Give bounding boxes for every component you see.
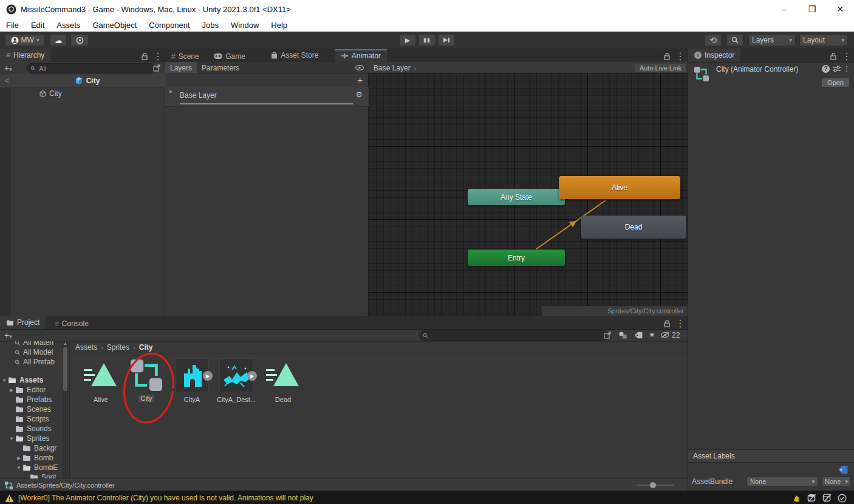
asset-city[interactable]: City [129,358,163,402]
layer-settings-gear-icon[interactable]: ⚙ [355,90,363,99]
saved-search-all-models[interactable]: All Model [0,347,69,357]
state-node-dead[interactable]: Dead [581,216,686,239]
cache-server-icon[interactable] [807,494,816,502]
layers-dropdown[interactable]: Layers ▾ [748,34,796,46]
back-button[interactable]: < [5,77,9,85]
global-search-button[interactable] [726,34,743,46]
state-node-entry[interactable]: Entry [468,250,565,266]
account-button[interactable]: MW ▾ [5,34,45,46]
auto-live-link-button[interactable]: Auto Live Link [635,64,686,72]
menu-jobs[interactable]: Jobs [196,21,225,30]
lock-icon[interactable] [142,53,148,60]
scrollbar-thumb[interactable] [63,347,67,391]
play-button[interactable]: ▶ [399,34,416,46]
close-button[interactable]: ✕ [826,0,854,18]
asset-pipeline-icon[interactable] [822,494,832,502]
tree-item-bomb[interactable]: ▶Bomb [0,453,69,463]
menu-assets[interactable]: Assets [50,21,86,30]
asset-labels-header[interactable]: Asset Labels [688,449,854,463]
play-badge[interactable]: ▶ [247,371,257,381]
open-button[interactable]: Open [822,78,849,87]
hierarchy-search-input[interactable] [38,64,152,73]
menu-gameobject[interactable]: GameObject [86,21,143,30]
tab-game[interactable]: Game [208,50,251,63]
cloud-button[interactable]: ☁ [50,34,67,46]
status-message[interactable]: [Worker0] The Animator Controller (City)… [18,494,313,502]
play-badge[interactable]: ▶ [203,371,213,381]
code-status-check-icon[interactable] [838,494,847,503]
drag-handle-icon[interactable]: ≡ [169,88,173,95]
tree-scrollbar[interactable]: ▲ ▼ [63,341,68,491]
animator-graph-canvas[interactable]: Any State Alive Dead Entry Sprites/City/… [369,73,688,316]
background-activity-icon[interactable] [792,494,801,503]
tree-item-scenes[interactable]: Scenes [0,404,69,414]
status-bar[interactable]: [Worker0] The Animator Controller (City)… [0,491,854,504]
graph-breadcrumb[interactable]: Base Layer [374,64,411,72]
label-tag-icon[interactable] [838,465,848,474]
pause-button[interactable]: ▮▮ [418,34,436,46]
search-by-label-icon[interactable] [634,332,643,339]
hierarchy-search[interactable] [27,63,155,73]
asset-citya[interactable]: ▶ CityA [175,358,209,403]
menu-help[interactable]: Help [265,21,293,30]
hierarchy-item-city[interactable]: City [11,89,165,98]
lock-icon[interactable] [664,53,671,60]
tab-animator[interactable]: Animator [335,49,387,63]
add-object-button[interactable]: +▾ [4,63,12,73]
assetbundle-variant-dropdown[interactable]: None ▾ [822,476,851,486]
lock-icon[interactable] [830,53,837,60]
add-asset-button[interactable]: +▾ [4,330,12,340]
slider-handle[interactable] [650,482,656,488]
saved-search-all-materials[interactable]: All Materi [0,341,69,347]
tree-item-editor[interactable]: ▶Editor [0,385,69,395]
tree-item-scripts[interactable]: Scripts [0,414,69,424]
kebab-menu-icon[interactable]: ⋮ [675,50,685,62]
hidden-count-eye-icon[interactable] [661,332,671,338]
pick-window-icon[interactable] [153,64,160,72]
tab-scene[interactable]: # Scene [165,50,205,63]
menu-edit[interactable]: Edit [25,21,50,30]
tab-console[interactable]: ≡ Console [49,317,95,330]
project-search-input[interactable] [431,332,606,340]
add-layer-button[interactable]: + [357,75,363,85]
tree-item-assets[interactable]: ▼Assets [0,375,69,385]
tab-layers[interactable]: Layers [165,62,197,73]
kebab-menu-icon[interactable]: ⋮ [675,318,685,329]
tree-item-bombe[interactable]: ▼BombE [0,463,69,472]
plastic-scm-button[interactable] [70,34,89,46]
state-node-alive[interactable]: Alive [559,176,680,199]
tree-item-prefabs[interactable]: Prefabs [0,395,69,404]
minimize-button[interactable]: – [770,0,798,18]
tree-item-background[interactable]: Backgr [0,443,69,453]
tab-parameters[interactable]: Parameters [197,64,244,72]
asset-alive[interactable]: Alive [84,358,118,403]
project-search[interactable] [419,330,609,341]
tab-project[interactable]: Project [0,316,46,329]
kebab-menu-icon[interactable]: ⋮ [842,50,852,62]
presets-icon[interactable] [833,66,841,72]
asset-citya-destroyed[interactable]: ▶ CityA_Dest... [219,358,253,403]
menu-window[interactable]: Window [225,21,265,30]
favorites-star-icon[interactable]: ★ [649,330,655,339]
maximize-button[interactable]: ❒ [798,0,826,18]
tree-item-sprites[interactable]: ▼Sprites [0,434,69,443]
lock-icon[interactable] [664,320,671,327]
asset-dead[interactable]: Dead [266,358,300,403]
step-button[interactable] [438,34,455,46]
tree-item-sounds[interactable]: Sounds [0,424,69,434]
search-by-type-icon[interactable] [618,331,627,339]
tab-inspector[interactable]: i Inspector [688,49,740,62]
crumb-assets[interactable]: Assets [75,343,97,352]
menu-file[interactable]: File [0,21,25,30]
menu-component[interactable]: Component [143,21,196,30]
layer-row-base[interactable]: ≡ Base Layer ⚙ [165,87,369,107]
assetbundle-dropdown[interactable]: None ▾ [746,476,818,486]
layout-dropdown[interactable]: Layout ▾ [799,34,848,46]
kebab-menu-icon[interactable]: ⋮ [843,64,850,73]
help-icon[interactable]: ? [822,65,830,73]
eye-icon[interactable] [355,65,364,70]
undo-history-button[interactable]: ⟲ [705,34,722,46]
tab-hierarchy[interactable]: ≡ Hierarchy [0,49,50,62]
crumb-sprites[interactable]: Sprites [107,343,129,352]
open-search-window-icon[interactable] [604,332,611,339]
